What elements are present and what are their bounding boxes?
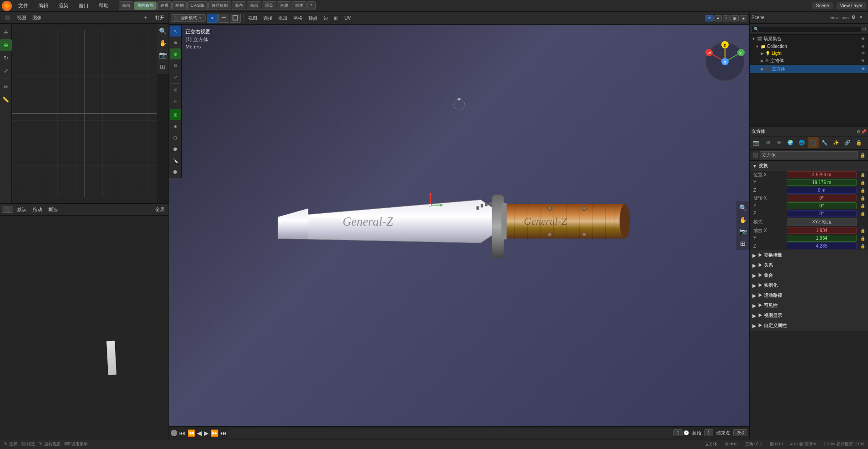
scale-y-lock[interactable]: 🔒 <box>859 235 866 242</box>
edge-menu[interactable]: 边 <box>321 15 330 22</box>
tool-active[interactable]: ⊞ <box>170 109 181 120</box>
timeline-ruler[interactable]: 1 50 100 150 200 250 <box>228 428 672 438</box>
vertex-select-mode[interactable] <box>207 14 218 23</box>
workspace-tab-composite[interactable]: 合成 <box>277 1 291 10</box>
workspace-tab-animation[interactable]: 动画 <box>119 1 133 10</box>
props-modifiers[interactable]: 🔧 <box>819 137 830 148</box>
filter-btn[interactable]: ⚙ <box>862 26 866 32</box>
menu-file[interactable]: 文件 <box>15 1 32 10</box>
vp-camera-btn[interactable]: 📷 <box>737 226 748 237</box>
workspace-tab-uv[interactable]: UV编辑 <box>187 1 208 10</box>
relations-header[interactable]: ▶ ▶ 关系 <box>750 260 868 270</box>
scene-close[interactable]: × <box>860 15 866 21</box>
properties-options[interactable]: ⚙ <box>857 129 861 134</box>
outliner-search[interactable]: 🔍 <box>752 26 861 32</box>
tool-polypen[interactable]: ⬟ <box>170 166 181 177</box>
collection-eye-icon[interactable]: 👁 <box>861 44 865 49</box>
view-menu[interactable]: 视图 <box>246 15 259 22</box>
scene-eye-icon[interactable]: 👁 <box>861 37 865 41</box>
visibility-header[interactable]: ▶ ▶ 可见性 <box>750 301 868 311</box>
props-particles[interactable]: ✨ <box>831 137 842 148</box>
tool-rotate-3d[interactable]: ↻ <box>170 60 181 71</box>
menu-help[interactable]: 帮助 <box>95 1 112 10</box>
collection-item[interactable]: ▼ 📁 Collection 👁 <box>750 43 868 50</box>
scale-z-lock[interactable]: 🔒 <box>859 243 866 249</box>
light-eye-icon[interactable]: 👁 <box>861 51 865 56</box>
viewport-display-header[interactable]: ▶ ▶ 视图显示 <box>750 311 868 321</box>
props-render[interactable]: 📷 <box>751 137 762 148</box>
face-select-mode[interactable] <box>230 14 241 23</box>
scale-x-value[interactable]: 1.934 <box>787 227 857 234</box>
rot-z-value[interactable]: 0° <box>787 210 857 217</box>
add-menu[interactable]: 添加 <box>276 15 290 22</box>
timeline-back-play[interactable]: ◀ <box>197 429 202 437</box>
props-view[interactable]: 👁 <box>773 137 784 148</box>
shading-solid[interactable]: ● <box>715 15 721 21</box>
scene-selector[interactable]: Scene <box>812 2 832 9</box>
scale-z-value[interactable]: 4.285 <box>787 243 857 249</box>
props-constraints[interactable]: 🔒 <box>853 137 864 148</box>
menu-edit[interactable]: 编辑 <box>35 1 52 10</box>
rot-x-lock[interactable]: 🔒 <box>859 195 866 201</box>
face-menu[interactable]: 面 <box>332 15 341 22</box>
menu-render[interactable]: 渲染 <box>55 1 72 10</box>
vp-hand[interactable]: ✋ <box>737 214 748 225</box>
empty-eye-icon[interactable]: 👁 <box>861 58 865 63</box>
end-frame[interactable]: 250 <box>733 429 747 436</box>
tool-transform[interactable]: ⟲ <box>170 85 181 95</box>
scale-x-lock[interactable]: 🔒 <box>859 227 866 234</box>
mesh-menu[interactable]: 网格 <box>291 15 305 22</box>
instancing-header[interactable]: ▶ ▶ 实例化 <box>750 280 868 291</box>
tool-knife[interactable]: 🔪 <box>170 155 181 166</box>
vp-camera[interactable]: 📷 <box>157 49 168 60</box>
vertex-menu[interactable]: 顶点 <box>306 15 320 22</box>
workspace-tab-add[interactable]: + <box>307 1 316 10</box>
pos-y-value[interactable]: 19.176 m <box>787 179 857 186</box>
start-frame[interactable]: 1 <box>704 429 714 436</box>
pos-x-lock[interactable]: 🔒 <box>859 172 866 178</box>
viewlayer-selector[interactable]: View Layer <box>836 2 866 9</box>
cube-eye-icon[interactable]: 👁 <box>861 67 865 71</box>
left-vp-mode[interactable]: ⬛ <box>2 12 13 23</box>
workspace-tab-render[interactable]: 渲染 <box>262 1 276 10</box>
select-menu[interactable]: 选择 <box>261 15 275 22</box>
props-scene[interactable]: 🌍 <box>785 137 796 148</box>
main-viewport[interactable]: ↖ ⊕ ⊕ ↻ ⤢ ⟲ ✏ ⊞ ◈ ⬡ ⬢ 🔪 ⬟ <box>169 25 749 426</box>
left-vp-new[interactable]: + <box>140 12 151 23</box>
tool-measure[interactable]: 📏 <box>0 94 12 106</box>
empty-item[interactable]: ▶ ⊕ 空物体 👁 <box>750 57 868 65</box>
tool-scale[interactable]: ⤢ <box>0 65 12 77</box>
scene-options[interactable]: ⚙ <box>852 15 858 21</box>
props-physics[interactable]: 🔗 <box>842 137 853 148</box>
left-select-btn[interactable]: 框选 <box>46 206 60 213</box>
transform-header[interactable]: ▼ 变换 <box>750 161 868 171</box>
tool-move-3d[interactable]: ⊕ <box>170 48 181 59</box>
nav-gizmo[interactable]: Y -Y Z X <box>704 41 746 83</box>
props-output[interactable]: 🖥 <box>762 137 773 148</box>
left-view-btn[interactable]: 默认 <box>15 206 29 213</box>
timeline-prev-frame[interactable]: ⏪ <box>187 429 195 437</box>
rot-y-lock[interactable]: 🔒 <box>859 203 866 209</box>
timeline-last-frame[interactable]: ⏭ <box>220 429 227 437</box>
scale-y-value[interactable]: 1.934 <box>787 235 857 242</box>
left-vp-image[interactable]: 图像 <box>30 14 44 21</box>
vp-pan[interactable]: ✋ <box>157 37 168 48</box>
shading-rendered[interactable]: ◉ <box>730 15 739 21</box>
transform-delta-header[interactable]: ▶ ▶ 变换增量 <box>750 250 868 260</box>
left-vp-view[interactable]: 视图 <box>15 14 28 21</box>
vp-grid-btn[interactable]: ⊞ <box>737 238 748 249</box>
timeline-mode[interactable] <box>171 430 177 436</box>
tool-move[interactable]: ⊕ <box>0 39 12 51</box>
pos-y-lock[interactable]: 🔒 <box>859 180 866 186</box>
vp-zoom[interactable]: 🔍 <box>737 202 748 213</box>
tool-cursor-3d[interactable]: ⊕ <box>170 37 181 48</box>
rot-y-value[interactable]: 0° <box>787 202 857 209</box>
motion-paths-header[interactable]: ▶ ▶ 运动路径 <box>750 291 868 301</box>
edge-select-mode[interactable] <box>218 14 229 23</box>
tool-select-arrow[interactable]: ↖ <box>170 26 181 37</box>
rot-z-lock[interactable]: 🔒 <box>859 211 866 217</box>
menu-window[interactable]: 窗口 <box>75 1 92 10</box>
timeline-first-frame[interactable]: ⏮ <box>179 429 185 437</box>
tool-bevel[interactable]: ⬡ <box>170 132 181 143</box>
tool-rotate[interactable]: ↻ <box>0 52 12 64</box>
